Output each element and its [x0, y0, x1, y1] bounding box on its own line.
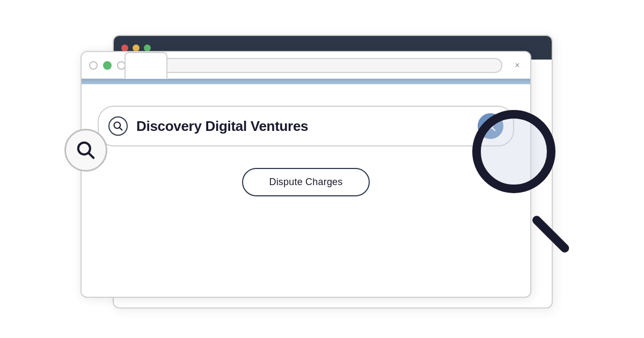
small-search-icon — [76, 140, 96, 160]
dot-2 — [103, 61, 112, 70]
search-query: Discovery Digital Ventures — [136, 118, 469, 135]
titlebar-front: × — [82, 52, 530, 79]
maximize-dot — [144, 45, 151, 52]
close-dot — [121, 45, 128, 52]
browser-window-front: × Discovery Digital Ventures — [80, 51, 531, 298]
search-bar: Discovery Digital Ventures — [98, 106, 514, 146]
close-button[interactable]: × — [512, 60, 523, 71]
small-search-circle — [64, 129, 107, 172]
search-icon-left — [108, 116, 128, 136]
accent-bar — [82, 79, 530, 84]
svg-line-5 — [89, 153, 94, 158]
browser-content: Discovery Digital Ventures Dispute Charg… — [82, 84, 530, 212]
magnifier-lens — [472, 110, 555, 193]
magnifier-overlay — [472, 110, 590, 228]
minimize-dot — [133, 45, 140, 52]
dot-1 — [89, 61, 98, 70]
address-bar[interactable] — [135, 58, 502, 73]
scene: × Discovery Digital Ventures — [80, 24, 564, 314]
svg-line-1 — [120, 128, 122, 130]
dispute-charges-button[interactable]: Dispute Charges — [242, 168, 369, 196]
browser-tab[interactable] — [125, 52, 167, 79]
